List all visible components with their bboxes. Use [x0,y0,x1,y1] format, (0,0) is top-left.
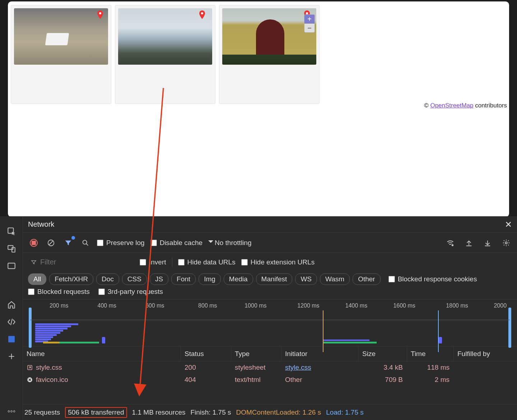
col-name[interactable]: Name [23,346,181,361]
download-har-icon[interactable] [482,237,493,249]
request-status: 200 [181,364,231,371]
chip-manifest[interactable]: Manifest [256,273,293,285]
chip-font[interactable]: Font [171,273,196,285]
map-marker-icon [97,10,103,19]
svg-point-9 [11,411,12,412]
table-row[interactable]: style.css 200 stylesheet style.css 3.4 k… [23,361,517,374]
svg-point-14 [505,242,507,244]
svg-point-10 [13,411,15,412]
status-transferred: 506 kB transferred [65,407,127,418]
throttling-select[interactable]: No throttling [208,239,251,247]
chip-js[interactable]: JS [150,273,168,285]
timeline-tick: 1200 ms [297,303,319,309]
col-fulfilled[interactable]: Fulfilled by [454,346,517,361]
table-row[interactable]: favicon.ico 404 text/html Other 709 B 2 … [23,374,517,386]
close-panel-button[interactable]: ✕ [505,220,512,230]
inspect-element-icon[interactable] [0,223,23,240]
disable-cache-checkbox[interactable]: Disable cache [150,239,202,247]
timeline-tick: 800 ms [198,303,217,309]
chip-css[interactable]: CSS [122,273,147,285]
request-name: style.css [36,364,62,371]
home-icon[interactable] [0,296,23,313]
svg-point-12 [83,240,87,244]
panel-title: Network [28,220,54,229]
chip-doc[interactable]: Doc [96,273,119,285]
chip-other[interactable]: Other [353,273,381,285]
devtools-rail [0,216,23,420]
map-card [115,5,215,104]
request-status: 404 [181,376,231,384]
svg-point-8 [8,411,9,412]
status-requests: 25 requests [24,409,60,416]
request-size: 709 B [359,376,407,384]
zoom-out-button[interactable]: − [304,24,315,32]
chip-all[interactable]: All [28,273,46,285]
col-status[interactable]: Status [181,346,231,361]
request-initiator: Other [281,376,359,384]
sources-icon[interactable] [0,313,23,331]
preserve-log-checkbox[interactable]: Preserve log [97,239,145,247]
svg-rect-7 [9,336,14,342]
status-domcontentloaded: DOMContentLoaded: 1.26 s [236,409,321,416]
page-preview: + − © OpenStreetMap contributors [8,1,509,217]
svg-point-1 [201,12,203,14]
window-icon[interactable] [0,257,23,274]
filter-toggle-icon[interactable] [62,237,74,249]
chip-wasm[interactable]: Wasm [320,273,350,285]
timeline-tick: 1400 ms [345,303,367,309]
chip-media[interactable]: Media [224,273,253,285]
request-name: favicon.ico [36,376,68,384]
map-card: + − [219,5,320,104]
map-marker-icon [199,10,205,19]
request-type: text/html [231,376,281,384]
svg-point-13 [452,244,454,246]
timeline-tick: 600 ms [145,303,164,309]
upload-har-icon[interactable] [463,237,475,249]
timeline-handle-left[interactable] [29,308,32,348]
col-size[interactable]: Size [359,346,407,361]
record-button[interactable] [28,237,39,249]
blocked-requests-checkbox[interactable]: Blocked requests [28,288,90,296]
osm-link[interactable]: OpenStreetMap [430,102,473,109]
request-type: stylesheet [231,364,281,371]
hide-data-urls-checkbox[interactable]: Hide data URLs [178,258,236,266]
type-filter-chips: All Fetch/XHR Doc CSS JS Font Img Media … [23,271,517,286]
col-time[interactable]: Time [407,346,454,361]
timeline-tick: 1600 ms [393,303,415,309]
zoom-in-button[interactable]: + [304,15,315,23]
chip-img[interactable]: Img [199,273,221,285]
col-type[interactable]: Type [231,346,281,361]
network-icon[interactable] [0,331,23,348]
chip-fetch-xhr[interactable]: Fetch/XHR [49,273,93,285]
svg-rect-6 [8,263,15,268]
timeline-tick: 400 ms [98,303,116,309]
col-initiator[interactable]: Initiator [281,346,359,361]
add-panel-icon[interactable] [0,348,23,365]
status-resources: 1.1 MB resources [132,409,186,416]
panel-tabbar: Network ✕ [23,216,517,233]
map-card [11,5,111,104]
timeline-handle-right[interactable] [508,308,511,348]
network-table: Name Status Type Initiator Size Time Ful… [23,346,517,404]
map-thumbnail [222,8,316,65]
third-party-checkbox[interactable]: 3rd-party requests [98,288,163,296]
device-toggle-icon[interactable] [0,240,23,257]
timeline-tick: 1800 ms [446,303,468,309]
initiator-link[interactable]: style.css [285,364,311,371]
blocked-cookies-checkbox[interactable]: Blocked response cookies [388,275,477,283]
clear-button[interactable] [45,237,57,249]
devtools-panel: Network ✕ Preserve log Disable cache No … [0,216,517,420]
settings-icon[interactable] [500,237,512,249]
network-timeline[interactable]: 200 ms 400 ms 600 ms 800 ms 1000 ms 1200… [23,300,517,346]
map-thumbnail [118,8,212,65]
more-icon[interactable] [0,403,23,420]
hide-extension-urls-checkbox[interactable]: Hide extension URLs [241,258,315,266]
request-time: 118 ms [407,364,454,371]
search-icon[interactable] [80,237,91,249]
invert-checkbox[interactable]: Invert [140,258,166,266]
status-finish: Finish: 1.75 s [191,409,231,416]
network-conditions-icon[interactable] [444,237,456,249]
network-toolbar: Preserve log Disable cache No throttling [23,233,517,253]
filter-input[interactable] [28,256,134,268]
chip-ws[interactable]: WS [295,273,317,285]
